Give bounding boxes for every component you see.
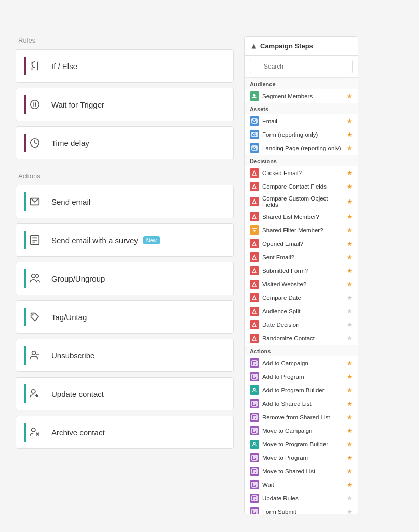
- group-label-decisions: Decisions: [245, 155, 358, 166]
- item-star[interactable]: ★: [347, 294, 353, 301]
- item-star[interactable]: ★: [347, 454, 353, 461]
- item-star[interactable]: ★: [347, 321, 353, 328]
- item-star[interactable]: ★: [347, 387, 353, 394]
- item-text: Shared List Member?: [262, 214, 344, 220]
- actions-label: Actions: [16, 172, 234, 180]
- panel-item[interactable]: Move to Program Builder ★: [245, 437, 358, 451]
- item-star[interactable]: ★: [347, 495, 353, 502]
- item-icon: [250, 372, 259, 381]
- item-icon: [250, 168, 259, 178]
- item-star[interactable]: ★: [347, 92, 353, 100]
- item-star[interactable]: ★: [347, 400, 353, 407]
- item-star[interactable]: ★: [347, 281, 353, 288]
- item-star[interactable]: ★: [347, 441, 353, 448]
- action-card-send-survey[interactable]: Send email with a survey New: [16, 223, 234, 257]
- item-star[interactable]: ★: [347, 468, 353, 475]
- panel-item[interactable]: Landing Page (reporting only) ★: [245, 141, 358, 155]
- item-star[interactable]: ★: [347, 267, 353, 274]
- action-label-group-ungroup: Group/Ungroup: [51, 274, 105, 283]
- panel-item[interactable]: Visited Website? ★: [245, 277, 358, 291]
- panel-item[interactable]: Add to Program Builder ★: [245, 383, 358, 397]
- rule-card-time-delay[interactable]: Time delay: [16, 126, 234, 159]
- item-icon: [250, 494, 259, 503]
- panel-item[interactable]: Shared List Member? ★: [245, 210, 358, 223]
- item-star[interactable]: ★: [347, 198, 353, 205]
- group-label-actions: Actions: [245, 345, 358, 356]
- panel-item[interactable]: Compare Contact Fields ★: [245, 180, 358, 193]
- item-star[interactable]: ★: [347, 373, 353, 380]
- item-star[interactable]: ★: [347, 227, 353, 234]
- item-star[interactable]: ★: [347, 240, 353, 247]
- rules-list: If / Else Wait for Trigger Time delay: [16, 49, 234, 159]
- rule-card-if-else[interactable]: If / Else: [16, 49, 234, 83]
- item-icon: [250, 143, 259, 153]
- item-icon: [250, 507, 259, 514]
- search-input[interactable]: [250, 60, 353, 73]
- panel-item[interactable]: Remove from Shared List ★: [245, 410, 358, 424]
- item-icon: [250, 358, 259, 368]
- item-star[interactable]: ★: [347, 117, 353, 125]
- item-text: Add to Campaign: [262, 360, 344, 366]
- item-icon: [250, 399, 259, 408]
- item-star[interactable]: ★: [347, 414, 353, 421]
- action-card-unsubscribe[interactable]: Unsubscribe: [16, 339, 234, 372]
- icon-wrapper-group-ungroup: [24, 269, 43, 288]
- item-star[interactable]: ★: [347, 183, 353, 190]
- panel-item[interactable]: Compare Date ★: [245, 291, 358, 304]
- panel-item[interactable]: Move to Campaign ★: [245, 424, 358, 437]
- right-panel[interactable]: Campaign Steps Audience Segment Members …: [244, 36, 358, 514]
- panel-item[interactable]: Opened Email? ★: [245, 237, 358, 250]
- action-card-update-contact[interactable]: Update contact: [16, 377, 234, 410]
- item-icon: [250, 334, 259, 343]
- item-text: Update Rules: [262, 495, 344, 501]
- item-star[interactable]: ★: [347, 144, 353, 152]
- item-star[interactable]: ★: [347, 169, 353, 177]
- item-icon: [250, 91, 259, 101]
- panel-item[interactable]: Form Submit ★: [245, 505, 358, 514]
- panel-item[interactable]: Shared Filter Member? ★: [245, 223, 358, 237]
- action-card-group-ungroup[interactable]: Group/Ungroup: [16, 262, 234, 295]
- panel-item[interactable]: Submitted Form? ★: [245, 264, 358, 277]
- panel-item[interactable]: Wait ★: [245, 478, 358, 491]
- panel-item[interactable]: Add to Campaign ★: [245, 356, 358, 370]
- item-star[interactable]: ★: [347, 308, 353, 315]
- item-star[interactable]: ★: [347, 335, 353, 342]
- item-text: Move to Program Builder: [262, 441, 344, 447]
- item-star[interactable]: ★: [347, 131, 353, 138]
- action-label-update-contact: Update contact: [51, 390, 104, 398]
- item-text: Wait: [262, 482, 344, 488]
- panel-item[interactable]: Email ★: [245, 114, 358, 128]
- svg-point-34: [253, 388, 255, 390]
- search-wrapper: [250, 60, 353, 73]
- panel-item[interactable]: Randomize Contact ★: [245, 331, 358, 345]
- panel-item[interactable]: Move to Program ★: [245, 451, 358, 464]
- item-icon: [250, 280, 259, 289]
- action-card-send-email[interactable]: Send email: [16, 185, 234, 218]
- panel-item[interactable]: Move to Shared List ★: [245, 464, 358, 478]
- panel-item[interactable]: Sent Email? ★: [245, 250, 358, 264]
- panel-item[interactable]: Audience Split ★: [245, 304, 358, 318]
- panel-item[interactable]: Segment Members ★: [245, 89, 358, 103]
- svg-point-14: [31, 390, 35, 393]
- action-card-tag-untag[interactable]: Tag/Untag: [16, 300, 234, 334]
- rule-card-wait-trigger[interactable]: Wait for Trigger: [16, 88, 234, 121]
- icon-wrapper-wait-trigger: [24, 95, 43, 114]
- item-star[interactable]: ★: [347, 213, 353, 220]
- item-text: Move to Program: [262, 455, 344, 461]
- item-text: Clicked Email?: [262, 170, 344, 176]
- svg-point-22: [253, 94, 256, 97]
- panel-item[interactable]: Update Rules ★: [245, 491, 358, 505]
- item-star[interactable]: ★: [347, 427, 353, 434]
- panel-item[interactable]: Compare Custom Object Fields ★: [245, 193, 358, 210]
- panel-item[interactable]: Add to Program ★: [245, 370, 358, 383]
- panel-item[interactable]: Add to Shared List ★: [245, 397, 358, 410]
- item-star[interactable]: ★: [347, 481, 353, 488]
- item-star[interactable]: ★: [347, 254, 353, 261]
- panel-item[interactable]: Date Decision ★: [245, 318, 358, 331]
- action-card-archive-contact[interactable]: Archive contact: [16, 416, 234, 449]
- item-star[interactable]: ★: [347, 360, 353, 367]
- panel-item[interactable]: Clicked Email? ★: [245, 166, 358, 180]
- item-star[interactable]: ★: [347, 508, 353, 514]
- panel-item[interactable]: Form (reporting only) ★: [245, 128, 358, 141]
- action-label-tag-untag: Tag/Untag: [51, 313, 87, 322]
